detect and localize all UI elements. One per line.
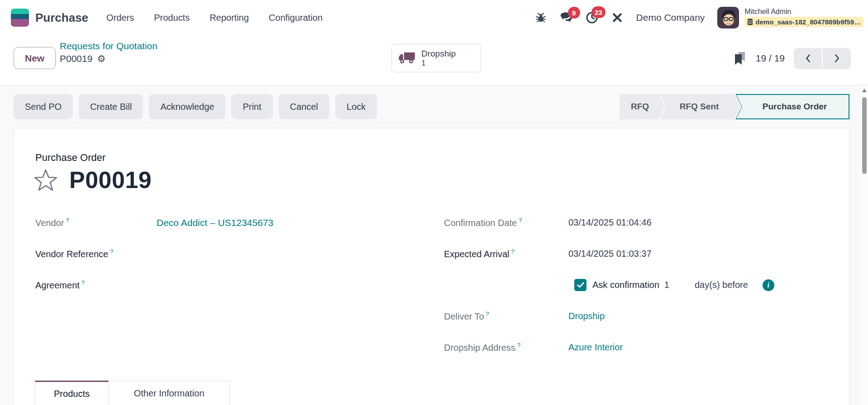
activities-clock-icon[interactable]: 23: [586, 11, 598, 24]
ask-confirmation-row: Ask confirmation 1 day(s) before i: [444, 269, 851, 301]
vendor-reference-row: Vendor Reference?: [35, 238, 424, 269]
agreement-label: Agreement?: [35, 279, 157, 291]
favorite-star-icon[interactable]: [34, 169, 57, 191]
truck-icon: [398, 52, 415, 64]
menu-configuration[interactable]: Configuration: [269, 13, 323, 23]
statusbar: RFQ RFQ Sent Purchase Order: [620, 94, 849, 119]
help-icon: ?: [517, 342, 520, 348]
menu-reporting[interactable]: Reporting: [210, 13, 249, 23]
notebook-tabs: Products Other Information: [35, 381, 230, 405]
pager-next-button[interactable]: [823, 48, 851, 69]
tools-icon[interactable]: [611, 12, 624, 24]
expected-arrival-row: Expected Arrival? 03/14/2025 01:03:37: [444, 238, 851, 269]
send-po-button[interactable]: Send PO: [14, 94, 73, 119]
create-bill-button[interactable]: Create Bill: [79, 94, 143, 119]
app-switcher[interactable]: Purchase: [11, 9, 88, 27]
messages-icon[interactable]: 9: [559, 12, 573, 24]
dropship-address-link[interactable]: Azure Interior: [568, 342, 623, 353]
chevron-left-icon: [805, 53, 811, 63]
acknowledge-button[interactable]: Acknowledge: [149, 94, 225, 119]
ask-confirmation-days-input[interactable]: 1: [664, 280, 669, 290]
database-icon: [747, 19, 753, 25]
vendor-reference-label: Vendor Reference?: [35, 248, 157, 259]
dropship-address-row: Dropship Address? Azure Interior: [444, 332, 851, 363]
form-left-column: Vendor? Deco Addict – US12345673 Vendor …: [35, 207, 424, 301]
vendor-link[interactable]: Deco Addict – US12345673: [157, 217, 273, 228]
new-button[interactable]: New: [14, 47, 56, 69]
days-before-label: day(s) before: [695, 280, 748, 290]
help-icon: ?: [511, 248, 515, 255]
pager-previous-button[interactable]: [794, 48, 822, 69]
order-reference-title[interactable]: P00019: [69, 166, 152, 193]
deliver-to-label: Deliver To?: [444, 311, 568, 322]
scrollbar-thumb[interactable]: [862, 97, 867, 174]
smart-button-count: 1: [421, 59, 456, 68]
menu-orders[interactable]: Orders: [106, 13, 134, 23]
smart-button-label: Dropship: [421, 49, 456, 59]
pager: 19 / 19: [733, 42, 851, 74]
breadcrumb-parent-link[interactable]: Requests for Quotation: [60, 41, 157, 52]
status-step-rfq[interactable]: RFQ: [620, 94, 665, 119]
expected-arrival-value[interactable]: 03/14/2025 01:03:37: [568, 249, 652, 259]
help-icon: ?: [81, 279, 85, 286]
expected-arrival-label: Expected Arrival?: [444, 248, 568, 259]
database-name: demo_saas-182_8047889b9f59…: [755, 18, 861, 26]
lock-button[interactable]: Lock: [335, 94, 377, 119]
messages-count-badge: 9: [568, 7, 580, 19]
main-menu: Orders Products Reporting Configuration: [106, 13, 323, 23]
user-avatar: [717, 7, 739, 28]
bookmark-icon[interactable]: [733, 51, 747, 66]
ask-confirmation-checkbox[interactable]: [574, 279, 587, 291]
dropship-address-label: Dropship Address?: [444, 342, 568, 353]
activities-count-badge: 23: [591, 6, 606, 18]
help-icon: ?: [110, 248, 113, 255]
confirmation-date-row: Confirmation Date? 03/14/2025 01:04:46: [444, 207, 851, 238]
menu-products[interactable]: Products: [154, 13, 190, 23]
vendor-label: Vendor?: [35, 217, 157, 228]
status-step-rfq-sent[interactable]: RFQ Sent: [660, 94, 740, 119]
confirmation-date-label: Confirmation Date?: [444, 217, 568, 228]
check-icon: [577, 282, 584, 288]
tab-other-information[interactable]: Other Information: [109, 381, 230, 405]
vertical-scrollbar: [861, 86, 868, 405]
vendor-row: Vendor? Deco Addict – US12345673: [35, 207, 424, 238]
control-panel: New Requests for Quotation P00019 ⚙ Drop…: [0, 35, 868, 85]
database-badge: demo_saas-182_8047889b9f59…: [744, 17, 863, 27]
agreement-row: Agreement?: [35, 269, 424, 301]
confirmation-date-value[interactable]: 03/14/2025 01:04:46: [568, 217, 652, 228]
app-name: Purchase: [35, 11, 88, 25]
user-name: Mitchell Admin: [744, 8, 863, 15]
pager-count[interactable]: 19 / 19: [756, 53, 785, 64]
deliver-to-row: Deliver To? Dropship: [444, 301, 851, 332]
tab-products[interactable]: Products: [35, 381, 109, 405]
doc-type-label: Purchase Order: [35, 152, 105, 164]
company-switcher[interactable]: Demo Company: [636, 12, 705, 23]
status-step-purchase-order[interactable]: Purchase Order: [735, 94, 849, 119]
user-menu[interactable]: Mitchell Admin demo_saas-182_8047889b9f5…: [717, 7, 863, 28]
help-icon: ?: [66, 217, 69, 224]
action-gear-icon[interactable]: ⚙: [97, 54, 105, 64]
help-icon: ?: [486, 311, 489, 317]
form-sheet: Purchase Order P00019 Vendor? Deco Addic…: [14, 128, 850, 405]
form-right-column: Confirmation Date? 03/14/2025 01:04:46 E…: [444, 207, 851, 363]
dropship-smart-button[interactable]: Dropship 1: [391, 44, 481, 72]
ask-confirmation-label[interactable]: Ask confirmation: [592, 280, 659, 290]
scroll-up-arrow[interactable]: [862, 89, 867, 92]
chevron-right-icon: [834, 53, 840, 63]
info-icon: i: [763, 279, 774, 291]
top-navbar: Purchase Orders Products Reporting Confi…: [0, 0, 868, 35]
deliver-to-link[interactable]: Dropship: [568, 311, 605, 321]
purchase-app-icon: [11, 9, 29, 27]
debug-bug-icon[interactable]: [535, 12, 547, 24]
cancel-button[interactable]: Cancel: [279, 94, 329, 119]
help-icon: ?: [519, 217, 522, 224]
print-button[interactable]: Print: [231, 94, 272, 119]
breadcrumb-current: P00019: [60, 53, 92, 64]
breadcrumb: Requests for Quotation P00019 ⚙: [60, 41, 157, 64]
form-action-bar: Send PO Create Bill Acknowledge Print Ca…: [0, 85, 868, 128]
